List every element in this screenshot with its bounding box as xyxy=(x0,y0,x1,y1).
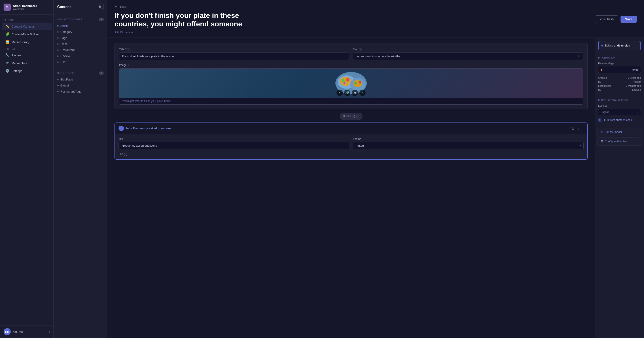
faq-count-label: Faq (0) xyxy=(118,152,584,156)
refresh-icon[interactable]: ↻ xyxy=(578,54,581,58)
puzzle-icon: 🧩 xyxy=(5,32,10,36)
gear-icon: 🔧 xyxy=(5,53,10,57)
faq-header: ↑ faq - Frequently asked questions 🗑 ⋮⋮ xyxy=(115,123,587,134)
back-arrow-icon: ← xyxy=(114,4,118,8)
image-preview: + 🔗 🗑 ✎ xyxy=(120,69,583,98)
configure-view-button[interactable]: ☰ Configure the view xyxy=(597,138,642,146)
blocks-divider: Blocks (2) ⓘ xyxy=(114,113,588,120)
information-section: INFORMATION Review stage To do ▾ Created… xyxy=(595,54,644,96)
faq-more-icon[interactable]: ⋮⋮ xyxy=(576,126,584,130)
page-title: If you don't finish your plate in these … xyxy=(114,11,271,28)
collection-item-restaurantpage[interactable]: RestaurantPage xyxy=(54,88,107,94)
sidebar-item-label: Content Manager xyxy=(12,25,34,28)
single-types-section: SINGLE TYPES 3 BlogPage Global Restauran… xyxy=(54,68,107,97)
sidebar-item-plugins[interactable]: 🔧 Plugins xyxy=(2,52,52,59)
publish-button[interactable]: ✓ Publish xyxy=(595,16,618,23)
image-link-button[interactable]: 🔗 xyxy=(344,90,350,96)
dot-icon xyxy=(57,50,58,51)
search-button[interactable]: 🔍 xyxy=(97,4,104,10)
settings-icon: ⚙️ xyxy=(5,69,10,73)
i18n-title: INTERNATIONALIZATION xyxy=(598,99,641,102)
check-icon: ✓ xyxy=(600,18,602,21)
dot-icon xyxy=(57,85,58,86)
editing-text: Editing draft version xyxy=(605,44,630,47)
image-label: Image ↻ xyxy=(119,64,583,66)
created-row: Created 2 years ago xyxy=(598,76,641,79)
edit-model-button[interactable]: ✎ Edit the model xyxy=(597,128,642,136)
faq-title-input[interactable] xyxy=(118,142,349,149)
image-add-button[interactable]: + xyxy=(336,90,343,96)
svg-point-2 xyxy=(340,77,351,86)
faq-form-row: Title Theme muted dark light xyxy=(118,138,584,149)
blocks-pill[interactable]: Blocks (2) ⓘ xyxy=(340,113,362,120)
sidebar-item-media-library[interactable]: 🖼️ Media Library xyxy=(2,38,52,46)
review-stage-label: Review stage xyxy=(598,62,641,65)
title-input[interactable] xyxy=(119,52,349,60)
image-edit-button[interactable]: ✎ xyxy=(359,90,366,96)
save-button[interactable]: Save xyxy=(620,16,637,23)
slug-input[interactable] xyxy=(353,52,583,60)
faq-collapse-icon[interactable]: ↑ xyxy=(118,126,124,131)
updated-by-row: By Kai Doe xyxy=(598,88,641,91)
faq-delete-icon[interactable]: 🗑 xyxy=(571,126,575,130)
fill-locale-icon: ⊞ xyxy=(598,118,601,122)
collection-item-restaurant[interactable]: Restaurant xyxy=(54,47,107,53)
sidebar-item-settings[interactable]: ⚙️ Settings xyxy=(2,67,52,75)
faq-actions: 🗑 ⋮⋮ xyxy=(571,126,584,130)
general-label: GENERAL xyxy=(0,46,54,51)
i18n-section: INTERNATIONALIZATION Locales English Fre… xyxy=(595,96,644,126)
avatar: KD xyxy=(4,328,11,335)
created-value: 2 years ago xyxy=(628,76,641,79)
locale-select-wrap: English French Spanish ▾ xyxy=(598,109,641,116)
collection-item-page[interactable]: Page xyxy=(54,35,107,41)
todo-dot xyxy=(600,69,602,71)
action-buttons-section: ✎ Edit the model ☰ Configure the view xyxy=(595,126,644,149)
single-count: 3 xyxy=(99,72,104,75)
sidebar-item-label: Plugins xyxy=(12,54,21,57)
collection-item-blogpage[interactable]: BlogPage xyxy=(54,76,107,82)
content-area: Title * ⓘ Slug ⓘ ↻ xyxy=(107,38,644,338)
created-by-row: By Author xyxy=(598,80,641,83)
sidebar-item-content-manager[interactable]: ✏️ Content Manager xyxy=(2,22,52,30)
locale-select[interactable]: English French Spanish xyxy=(598,109,641,116)
app-logo: S xyxy=(4,4,11,11)
sidebar-item-label: Settings xyxy=(12,69,22,73)
collapse-icon[interactable]: ‹ xyxy=(49,330,50,334)
sidebar-nav: PLUGINS ✏️ Content Manager 🧩 Content-Typ… xyxy=(0,14,54,325)
updated-value: 2 months ago xyxy=(626,84,641,87)
svg-point-6 xyxy=(344,82,345,84)
svg-point-4 xyxy=(342,79,344,82)
title-group: Title * ⓘ xyxy=(119,48,349,60)
edit-icon: ✏️ xyxy=(5,24,10,28)
slug-input-wrap: ↻ xyxy=(353,52,583,60)
collection-item-article[interactable]: Article xyxy=(54,23,107,29)
svg-point-3 xyxy=(346,78,350,82)
collection-item-review[interactable]: Review xyxy=(54,53,107,59)
review-stage-select[interactable]: To do xyxy=(598,66,641,73)
collection-item-category[interactable]: Category xyxy=(54,29,107,35)
cart-icon: 🛒 xyxy=(5,61,10,65)
collection-item-global[interactable]: Global xyxy=(54,82,107,88)
list-icon: ☰ xyxy=(600,140,603,143)
sidebar-item-content-type-builder[interactable]: 🧩 Content-Type Builder xyxy=(2,30,52,38)
api-id: API ID : article xyxy=(114,31,271,34)
dot-icon xyxy=(57,37,58,39)
collection-item-user[interactable]: User xyxy=(54,59,107,65)
collection-item-place[interactable]: Place xyxy=(54,41,107,47)
fill-locale-button[interactable]: ⊞ Fill in from another locale xyxy=(598,118,641,122)
dot-icon xyxy=(57,91,58,92)
faq-theme-select[interactable]: muted dark light xyxy=(353,142,584,149)
title-label: Title * ⓘ xyxy=(119,48,349,51)
dot-icon xyxy=(57,79,58,80)
svg-point-5 xyxy=(348,82,350,84)
sidebar-item-marketplace[interactable]: 🛒 Marketplace xyxy=(2,59,52,67)
back-button[interactable]: ← Back xyxy=(114,4,271,8)
created-by-value: Author xyxy=(634,80,641,83)
sidebar-footer: KD Kai Doe ‹ xyxy=(0,325,54,338)
image-delete-button[interactable]: 🗑 xyxy=(352,90,358,96)
app-subtitle: Workplace xyxy=(13,8,37,10)
collection-types-section: COLLECTION TYPES 7 Article Category Page… xyxy=(54,14,107,68)
slug-group: Slug ⓘ ↻ xyxy=(353,48,583,60)
back-label: Back xyxy=(120,5,126,8)
user-name: Kai Doe xyxy=(12,330,47,334)
